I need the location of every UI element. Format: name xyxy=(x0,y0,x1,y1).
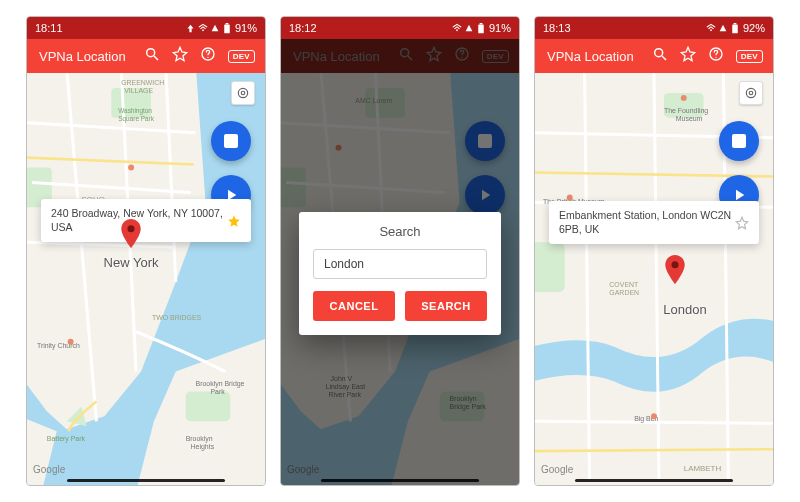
svg-point-85 xyxy=(746,88,755,97)
dialog-title: Search xyxy=(313,224,487,239)
map-layers-button[interactable] xyxy=(231,81,255,105)
dev-badge[interactable]: DEV xyxy=(228,50,255,63)
map-layers-button[interactable] xyxy=(739,81,763,105)
svg-rect-58 xyxy=(734,23,737,24)
svg-text:Brooklyn: Brooklyn xyxy=(186,435,213,443)
svg-text:Park: Park xyxy=(210,388,225,395)
svg-line-3 xyxy=(154,56,158,60)
stop-icon xyxy=(732,134,746,148)
search-input[interactable] xyxy=(313,249,487,279)
svg-text:COVENT: COVENT xyxy=(609,281,639,288)
status-icons xyxy=(186,23,219,33)
status-time: 18:12 xyxy=(289,22,317,34)
battery-icon xyxy=(223,23,231,34)
city-label: New York xyxy=(104,255,159,270)
svg-line-60 xyxy=(662,56,666,60)
nav-indicator xyxy=(321,479,479,482)
svg-point-83 xyxy=(681,95,687,101)
location-marker[interactable] xyxy=(664,255,686,285)
app-bar: VPNa Location DEV xyxy=(27,39,265,73)
battery-icon xyxy=(477,23,485,34)
cancel-button[interactable]: CANCEL xyxy=(313,291,395,321)
svg-rect-64 xyxy=(535,242,565,292)
help-icon[interactable] xyxy=(200,46,216,66)
search-icon[interactable] xyxy=(652,46,668,66)
svg-rect-9 xyxy=(186,391,231,421)
search-dialog: Search CANCEL SEARCH xyxy=(299,212,501,335)
svg-rect-57 xyxy=(732,24,738,33)
nav-indicator xyxy=(67,479,225,482)
svg-text:Trinity Church: Trinity Church xyxy=(37,342,80,350)
phone-screen-3: 18:13 92% VPNa Location DEV xyxy=(534,16,774,486)
status-time: 18:11 xyxy=(35,22,63,34)
stop-button[interactable] xyxy=(719,121,759,161)
status-battery: 92% xyxy=(743,22,765,34)
search-icon[interactable] xyxy=(144,46,160,66)
svg-point-29 xyxy=(68,339,74,345)
svg-point-59 xyxy=(654,49,662,57)
status-battery: 91% xyxy=(235,22,257,34)
svg-point-84 xyxy=(749,91,753,95)
location-marker[interactable] xyxy=(120,219,142,249)
svg-text:GREENWICH: GREENWICH xyxy=(121,79,164,86)
svg-text:Brooklyn Bridge: Brooklyn Bridge xyxy=(196,380,245,388)
svg-text:Square Park: Square Park xyxy=(118,115,155,123)
svg-text:Washington: Washington xyxy=(118,107,152,115)
svg-text:VILLAGE: VILLAGE xyxy=(124,87,153,94)
status-bar: 18:11 91% xyxy=(27,17,265,39)
stop-button[interactable] xyxy=(211,121,251,161)
dev-badge[interactable]: DEV xyxy=(736,50,763,63)
svg-point-81 xyxy=(651,413,657,419)
svg-point-30 xyxy=(128,165,134,171)
app-title: VPNa Location xyxy=(39,49,144,64)
address-text: Embankment Station, London WC2N 6PB, UK xyxy=(559,209,735,236)
status-icons xyxy=(452,23,473,33)
status-icons xyxy=(706,23,727,33)
favorite-star-icon[interactable] xyxy=(735,216,749,230)
app-bar: VPNa Location DEV xyxy=(535,39,773,73)
svg-point-86 xyxy=(671,261,678,268)
svg-point-33 xyxy=(127,225,134,232)
map-brand: Google xyxy=(541,464,573,475)
svg-point-5 xyxy=(207,57,208,58)
status-bar: 18:12 91% xyxy=(281,17,519,39)
svg-rect-0 xyxy=(224,24,230,33)
stop-icon xyxy=(224,134,238,148)
svg-text:Museum: Museum xyxy=(676,115,703,122)
svg-text:TWO BRIDGES: TWO BRIDGES xyxy=(152,314,202,321)
svg-text:Heights: Heights xyxy=(191,443,215,451)
svg-point-2 xyxy=(146,49,154,57)
address-card[interactable]: 240 Broadway, New York, NY 10007, USA xyxy=(41,199,251,242)
svg-text:Battery Park: Battery Park xyxy=(47,435,86,443)
status-battery: 91% xyxy=(489,22,511,34)
city-label: London xyxy=(663,302,706,317)
svg-text:LAMBETH: LAMBETH xyxy=(684,464,722,473)
nav-indicator xyxy=(575,479,733,482)
star-icon[interactable] xyxy=(172,46,188,66)
address-card[interactable]: Embankment Station, London WC2N 6PB, UK xyxy=(549,201,759,244)
help-icon[interactable] xyxy=(708,46,724,66)
favorite-star-icon[interactable] xyxy=(227,214,241,228)
svg-text:The Foundling: The Foundling xyxy=(664,107,708,115)
svg-point-62 xyxy=(715,57,716,58)
svg-rect-1 xyxy=(226,23,229,24)
svg-text:GARDEN: GARDEN xyxy=(609,289,639,296)
phone-screen-1: 18:11 91% VPNa Location DEV xyxy=(26,16,266,486)
svg-rect-34 xyxy=(478,24,484,33)
map-brand: Google xyxy=(33,464,65,475)
phone-screen-2: 18:12 91% VPNa Location DEV xyxy=(280,16,520,486)
status-right: 91% xyxy=(186,22,257,34)
svg-point-82 xyxy=(567,194,573,200)
search-button[interactable]: SEARCH xyxy=(405,291,487,321)
svg-point-31 xyxy=(241,91,245,95)
svg-rect-35 xyxy=(480,23,483,24)
status-time: 18:13 xyxy=(543,22,571,34)
status-bar: 18:13 92% xyxy=(535,17,773,39)
battery-icon xyxy=(731,23,739,34)
star-icon[interactable] xyxy=(680,46,696,66)
svg-point-32 xyxy=(238,88,247,97)
app-title: VPNa Location xyxy=(547,49,652,64)
